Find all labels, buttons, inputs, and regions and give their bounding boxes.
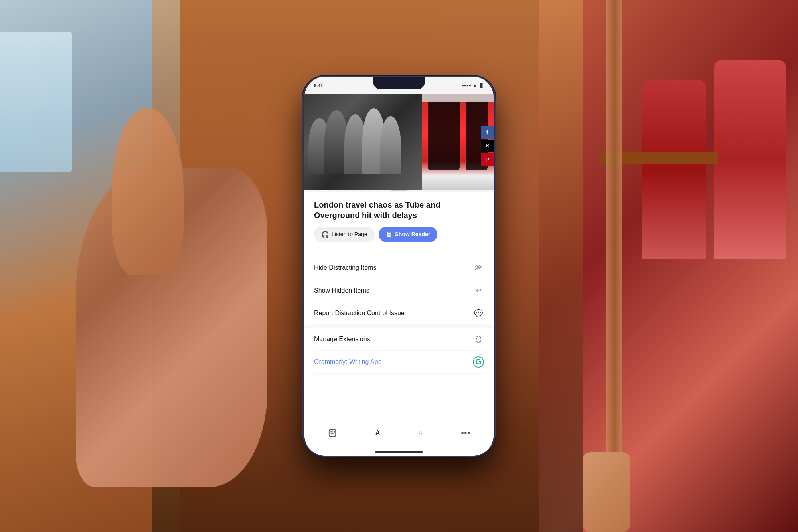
- listen-to-page-button[interactable]: 🎧 Listen to Page: [314, 227, 375, 242]
- manage-extensions-row[interactable]: Manage Extensions: [314, 328, 484, 351]
- section-divider: [304, 325, 494, 328]
- signal-icon: ●●●●: [462, 83, 471, 87]
- action-buttons-row: 🎧 Listen to Page 📋 Show Reader: [314, 227, 484, 242]
- font-increase-button[interactable]: A: [369, 426, 387, 440]
- report-distraction-label: Report Distraction Control Issue: [314, 310, 405, 317]
- font-large-label: A: [375, 429, 380, 437]
- scroll-dots: [391, 190, 407, 191]
- time-display: 9:41: [314, 83, 323, 88]
- wifi-icon: ▲: [473, 83, 477, 87]
- undo-icon: ↩: [473, 285, 484, 296]
- report-distraction-row[interactable]: Report Distraction Control Issue 💬: [314, 302, 484, 325]
- hide-distracting-label: Hide Distracting Items: [314, 264, 377, 271]
- grammarly-label: Grammarly: Writing App: [314, 358, 382, 366]
- article-text-area: London travel chaos as Tube and Overgrou…: [304, 192, 494, 257]
- chair-2: [642, 80, 706, 259]
- hide-distracting-items-row[interactable]: Hide Distracting Items 👁: [314, 257, 484, 279]
- grammarly-row[interactable]: Grammarly: Writing App G: [314, 351, 484, 374]
- status-bar: 9:41 ●●●● ▲ ▐▌: [304, 77, 494, 94]
- headphones-icon: 🎧: [321, 231, 329, 238]
- window-light: [0, 32, 72, 172]
- manage-extensions-label: Manage Extensions: [314, 336, 370, 343]
- article-hero-image: f ✕ P: [304, 94, 494, 190]
- font-decrease-button[interactable]: A: [412, 427, 429, 439]
- show-hidden-items-row[interactable]: Show Hidden Items ↩: [314, 279, 484, 302]
- more-options-button[interactable]: •••: [454, 425, 476, 441]
- grammarly-icon: G: [473, 356, 484, 368]
- notch: [373, 77, 425, 89]
- reader-search-button[interactable]: [322, 425, 343, 441]
- article-title: London travel chaos as Tube and Overgrou…: [314, 200, 484, 220]
- eye-slash: [475, 265, 482, 270]
- crowd-bg: [304, 94, 494, 190]
- scroll-content[interactable]: f ✕ P London travel: [304, 94, 494, 374]
- menu-section-extensions: Manage Extensions Grammarly: Writing App…: [304, 328, 494, 374]
- train-door: [428, 100, 460, 170]
- show-reader-button[interactable]: 📋 Show Reader: [379, 227, 438, 242]
- show-hidden-label: Show Hidden Items: [314, 287, 369, 294]
- battery-icon: ▐▌: [478, 83, 484, 87]
- person-5: [380, 116, 401, 174]
- hide-icon: 👁: [473, 262, 484, 273]
- thumb: [112, 108, 184, 275]
- menu-section-distraction: Hide Distracting Items 👁 Show Hidden Ite…: [304, 257, 494, 325]
- pinterest-share-icon[interactable]: P: [481, 153, 494, 166]
- twitter-x-label: ✕: [485, 143, 489, 149]
- twitter-share-icon[interactable]: ✕: [481, 140, 494, 152]
- extensions-icon: [473, 334, 484, 345]
- svg-point-3: [333, 431, 335, 433]
- reader-icon: 📋: [386, 231, 393, 237]
- phone-screen: 9:41 ●●●● ▲ ▐▌: [304, 77, 494, 456]
- phone-body: 9:41 ●●●● ▲ ▐▌: [303, 77, 495, 456]
- phone-device: 9:41 ●●●● ▲ ▐▌: [303, 77, 495, 456]
- font-small-label: A: [419, 430, 422, 436]
- train-roof: [422, 94, 494, 102]
- facebook-share-icon[interactable]: f: [481, 126, 494, 139]
- report-icon: 💬: [473, 308, 484, 319]
- bottom-toolbar: A A •••: [304, 418, 494, 456]
- chair-1: [714, 60, 786, 259]
- home-indicator[interactable]: [375, 451, 423, 453]
- social-share-panel: f ✕ P: [481, 126, 494, 166]
- person-arm-right: [583, 452, 630, 532]
- status-icons: ●●●● ▲ ▐▌: [462, 83, 484, 87]
- more-dots-label: •••: [461, 428, 470, 438]
